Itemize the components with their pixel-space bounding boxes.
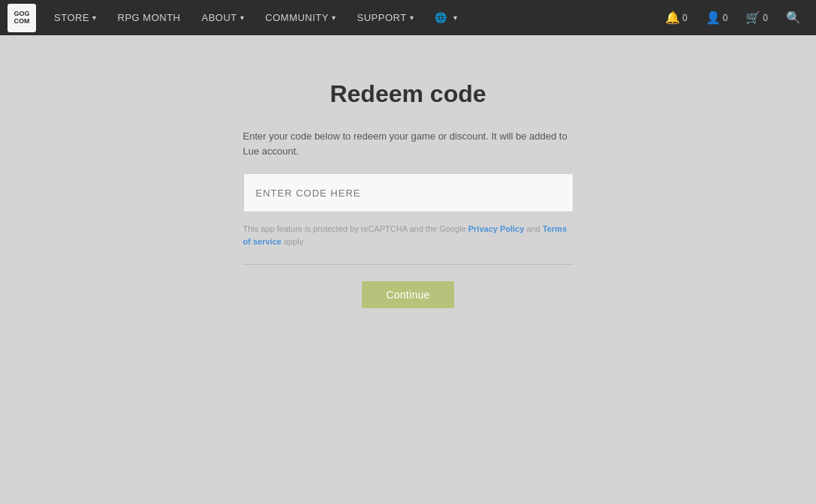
cart-count: 0: [763, 13, 768, 23]
nav-support[interactable]: SUPPORT ▾: [348, 0, 423, 35]
navbar-left: GOGCOM STORE ▾ RPG MONTH ABOUT ▾ COMMUNI…: [8, 0, 466, 35]
nav-about[interactable]: ABOUT ▾: [193, 0, 254, 35]
section-divider: [243, 264, 574, 265]
logo-text: GOGCOM: [14, 10, 29, 26]
continue-button[interactable]: Continue: [362, 281, 453, 308]
search-icon: 🔍: [786, 10, 801, 25]
nav-store[interactable]: STORE ▾: [45, 0, 106, 35]
nav-rpg-month[interactable]: RPG MONTH: [109, 0, 190, 35]
user-icon: 👤: [706, 10, 721, 25]
store-arrow-icon: ▾: [92, 14, 97, 22]
logo[interactable]: GOGCOM: [8, 4, 36, 32]
privacy-policy-link[interactable]: Privacy Policy: [468, 224, 525, 233]
nav-language[interactable]: 🌐 ▾: [426, 0, 466, 35]
about-arrow-icon: ▾: [240, 14, 245, 22]
community-arrow-icon: ▾: [332, 14, 336, 22]
account-count: 0: [723, 13, 728, 23]
page-title: Redeem code: [330, 80, 486, 108]
globe-icon: 🌐: [435, 12, 447, 23]
search-button[interactable]: 🔍: [778, 0, 808, 35]
recaptcha-notice: This app feature is protected by reCAPTC…: [243, 223, 574, 248]
description-text: Enter your code below to redeem your gam…: [243, 129, 574, 158]
lang-arrow-icon: ▾: [453, 14, 458, 22]
nav-community[interactable]: COMMUNITY ▾: [256, 0, 345, 35]
main-content: Redeem code Enter your code below to red…: [0, 35, 816, 308]
cart-icon: 🛒: [745, 10, 760, 25]
cart-button[interactable]: 🛒 0: [738, 0, 775, 35]
redeem-container: Enter your code below to redeem your gam…: [243, 129, 574, 308]
bell-icon: 🔔: [665, 10, 680, 25]
navbar: GOGCOM STORE ▾ RPG MONTH ABOUT ▾ COMMUNI…: [0, 0, 816, 35]
navbar-right: 🔔 0 👤 0 🛒 0 🔍: [658, 0, 808, 35]
account-button[interactable]: 👤 0: [698, 0, 736, 35]
code-input[interactable]: [243, 173, 574, 212]
notifications-button[interactable]: 🔔 0: [658, 0, 695, 35]
notifications-count: 0: [682, 13, 688, 23]
support-arrow-icon: ▾: [410, 14, 414, 22]
